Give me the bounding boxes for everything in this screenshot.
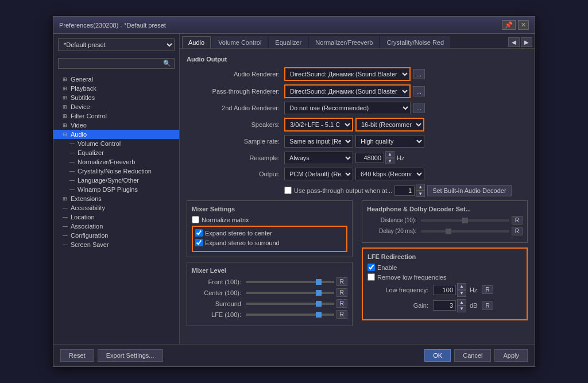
gain-reset-button[interactable]: R	[482, 301, 493, 310]
tab-volume-control[interactable]: Volume Control	[212, 36, 268, 48]
surround-reset-button[interactable]: R	[336, 299, 347, 308]
expand-surround-row: Expand stereo to surround	[195, 239, 344, 246]
lfe-slider[interactable]	[246, 314, 334, 316]
export-button[interactable]: Export Settings...	[98, 349, 163, 362]
sidebar-item-location[interactable]: — Location	[53, 212, 179, 222]
center-reset-button[interactable]: R	[336, 288, 347, 297]
distance-slider[interactable]	[421, 219, 509, 222]
distance-reset-button[interactable]: R	[512, 216, 523, 225]
pass-value-input[interactable]	[394, 185, 415, 196]
reset-button[interactable]: Reset	[60, 349, 94, 362]
renderer-more-button[interactable]: ...	[413, 69, 425, 79]
delay-slider[interactable]	[421, 230, 509, 233]
tab-audio[interactable]: Audio	[182, 36, 211, 48]
gain-input[interactable]	[433, 300, 456, 311]
sidebar-item-normalizer[interactable]: — Normalizer/Freeverb	[53, 157, 179, 167]
quality-select[interactable]: High quality	[355, 135, 424, 148]
bitdepth-select[interactable]: 16-bit (Recommenc	[355, 118, 424, 131]
low-freq-spin-buttons: ▲ ▼	[457, 283, 466, 296]
pass-up-button[interactable]: ▲	[416, 184, 425, 191]
sidebar-item-playback[interactable]: ⊞ Playback	[53, 84, 179, 93]
remove-low-checkbox[interactable]	[368, 273, 375, 281]
decoder-button[interactable]: Set Built-in Audio Decoder	[427, 185, 511, 196]
gain-up-button[interactable]: ▲	[457, 299, 466, 306]
tab-crystality[interactable]: Crystality/Noise Red	[380, 36, 450, 48]
lfe-enable-checkbox[interactable]	[368, 264, 375, 271]
second-renderer-row: 2nd Audio Renderer: Do not use (Recommen…	[187, 102, 528, 114]
delay-reset-button[interactable]: R	[512, 227, 523, 235]
ok-button[interactable]: OK	[424, 349, 451, 362]
sidebar-item-subtitles[interactable]: ⊞ Subtitles	[53, 93, 179, 102]
cancel-button[interactable]: Cancel	[454, 349, 491, 362]
sidebar-item-device[interactable]: ⊞ Device	[53, 102, 179, 111]
resample-select[interactable]: Always	[284, 152, 353, 164]
sidebar-item-video[interactable]: ⊞ Video	[53, 121, 179, 130]
low-freq-down-button[interactable]: ▼	[457, 290, 466, 297]
pass-through-select[interactable]: DirectSound: Динамик (Sound Blaster X-f	[284, 84, 411, 98]
pin-button[interactable]: 📌	[502, 20, 516, 30]
surround-slider[interactable]	[246, 303, 334, 305]
normalize-checkbox[interactable]	[192, 216, 199, 223]
lfe-reset-button[interactable]: R	[336, 310, 347, 319]
sidebar-item-screen-saver[interactable]: — Screen Saver	[53, 240, 179, 249]
sidebar-item-volume-control[interactable]: — Volume Control	[53, 139, 179, 148]
second-renderer-more-button[interactable]: ...	[413, 103, 425, 113]
preferences-window: Preferences(230208) - *Default preset 📌 …	[53, 16, 535, 367]
output-kbps-select[interactable]: 640 kbps (Recomm	[355, 168, 424, 180]
preset-select[interactable]: *Default preset	[58, 38, 175, 51]
front-slider[interactable]	[246, 281, 334, 283]
sidebar-item-language[interactable]: — Language/Sync/Other	[53, 176, 179, 185]
audio-output-title: Audio Output	[187, 56, 528, 63]
sidebar-item-extensions[interactable]: ⊞ Extensions	[53, 194, 179, 203]
search-input[interactable]	[61, 60, 163, 67]
expand-center-row: Expand stereo to center	[195, 229, 344, 237]
renderer-select[interactable]: DirectSound: Динамик (Sound Blaster X-f	[284, 67, 411, 81]
hz-down-button[interactable]: ▼	[385, 158, 394, 165]
tab-equalizer[interactable]: Equalizer	[269, 36, 308, 48]
speakers-row: Speakers: 3/0/2+LFE - 5.1 Chan 16-bit (R…	[187, 118, 528, 131]
expand-surround-checkbox[interactable]	[195, 239, 203, 246]
low-freq-input[interactable]	[433, 285, 456, 295]
output-format-select[interactable]: PCM (Default) (Recon	[284, 168, 353, 180]
front-reset-button[interactable]: R	[336, 277, 347, 286]
center-slider[interactable]	[246, 292, 334, 294]
apply-button[interactable]: Apply	[494, 349, 528, 362]
tab-normalizer[interactable]: Normalizer/Freeverb	[309, 36, 379, 48]
tab-prev-button[interactable]: ◀	[508, 37, 520, 47]
pass-through-more-button[interactable]: ...	[413, 86, 425, 96]
second-renderer-select[interactable]: Do not use (Recommended)	[284, 102, 411, 114]
gain-spinner: ▲ ▼	[433, 299, 466, 312]
sidebar-item-winamp[interactable]: — Winamp DSP Plugins	[53, 185, 179, 194]
pass-through-row: Pass-through Renderer: DirectSound: Дина…	[187, 84, 528, 98]
delay-row: Delay (20 ms): R	[367, 227, 523, 235]
sidebar-item-association[interactable]: — Association	[53, 222, 179, 231]
sidebar-tree: ⊞ General ⊞ Playback ⊞ Subtitles ⊞ Devic…	[53, 72, 179, 344]
sidebar-item-audio[interactable]: ⊟ Audio	[53, 130, 179, 139]
sample-rate-row: Sample rate: Same as input (Recor High q…	[187, 135, 528, 148]
pass-down-button[interactable]: ▼	[416, 191, 425, 198]
main-content: *Default preset 🔍 ⊞ General ⊞ Playback ⊞	[53, 34, 535, 344]
sidebar-item-filter-control[interactable]: ⊞ Filter Control	[53, 111, 179, 121]
expand-center-checkbox[interactable]	[195, 229, 203, 237]
sidebar-item-accessibility[interactable]: — Accessibility	[53, 203, 179, 212]
tab-next-button[interactable]: ▶	[521, 37, 532, 47]
hz-input[interactable]	[355, 153, 384, 163]
bottom-left-buttons: Reset Export Settings...	[60, 349, 163, 362]
content-area: Audio Output Audio Renderer: DirectSound…	[180, 49, 535, 344]
gain-down-button[interactable]: ▼	[457, 305, 466, 312]
expand-icon: ⊞	[63, 86, 68, 91]
sidebar-item-equalizer[interactable]: — Equalizer	[53, 148, 179, 157]
sample-rate-select[interactable]: Same as input (Recor	[284, 135, 353, 148]
close-button[interactable]: ✕	[518, 20, 529, 30]
low-freq-reset-button[interactable]: R	[482, 285, 493, 294]
bottom-bar: Reset Export Settings... OK Cancel Apply	[53, 344, 535, 366]
sidebar-item-configuration[interactable]: — Configuration	[53, 231, 179, 240]
mixer-settings-section: Mixer Settings Normalize matrix Expand s…	[187, 200, 353, 257]
pass-through-checkbox[interactable]	[284, 187, 292, 194]
speakers-select[interactable]: 3/0/2+LFE - 5.1 Chan	[284, 118, 353, 131]
normalize-row: Normalize matrix	[192, 216, 347, 223]
hz-up-button[interactable]: ▲	[385, 151, 394, 158]
sidebar-item-crystality[interactable]: — Crystality/Noise Reduction	[53, 167, 179, 176]
sidebar-item-general[interactable]: ⊞ General	[53, 75, 179, 84]
low-freq-up-button[interactable]: ▲	[457, 283, 466, 290]
